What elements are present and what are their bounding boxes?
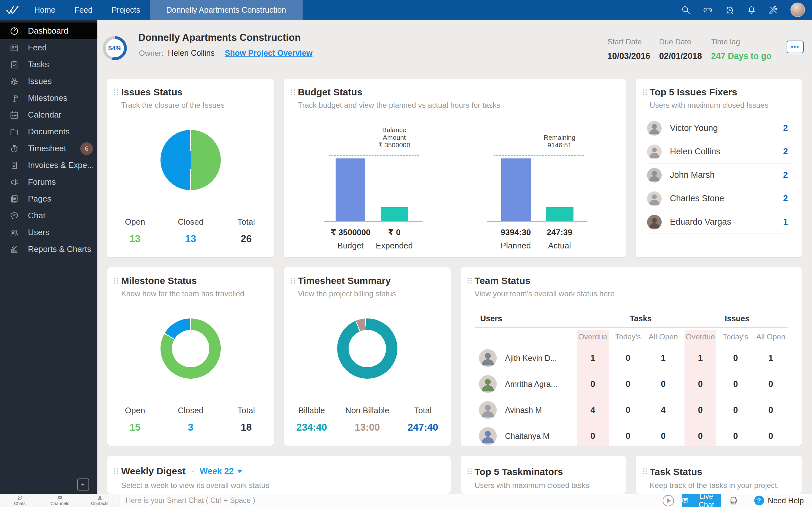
time-lag-value: 247 Days to go bbox=[711, 51, 772, 61]
sidebar-item-label: Feed bbox=[28, 43, 47, 53]
avatar bbox=[479, 349, 497, 367]
cell-value: 0 bbox=[625, 379, 630, 389]
sidebar-item-label: Milestones bbox=[28, 93, 67, 103]
sidebar-item-dashboard[interactable]: Dashboard bbox=[0, 22, 97, 39]
drag-handle-icon[interactable] bbox=[643, 89, 644, 91]
nav-tab-home[interactable]: Home bbox=[25, 0, 65, 20]
drag-handle-icon[interactable] bbox=[467, 278, 469, 279]
title-separator: - bbox=[191, 466, 194, 476]
column-header: Today's bbox=[723, 332, 749, 341]
list-item[interactable]: Victor Young 2 bbox=[647, 117, 791, 140]
channels-dock-tab[interactable]: Channels bbox=[40, 494, 80, 507]
list-item[interactable]: Charles Stone 2 bbox=[647, 187, 791, 210]
live-chat-button[interactable]: Live Chat bbox=[681, 494, 721, 507]
avatar bbox=[479, 401, 497, 419]
notifications-bell-icon[interactable] bbox=[747, 5, 757, 15]
timer-icon[interactable] bbox=[725, 5, 734, 15]
drag-handle-icon[interactable] bbox=[291, 89, 292, 91]
sidebar-item-label: Pages bbox=[28, 194, 51, 204]
list-item[interactable]: Eduardo Vargas 1 bbox=[647, 210, 791, 234]
search-icon[interactable] bbox=[681, 5, 691, 15]
user-avatar[interactable] bbox=[791, 3, 805, 17]
page-title: Donnelly Apartments Construction bbox=[138, 32, 301, 43]
sidebar-item-tasks[interactable]: Tasks bbox=[0, 56, 97, 73]
table-row: Chaitanya M 0 0 0 0 0 0 bbox=[473, 423, 789, 446]
show-project-overview-link[interactable]: Show Project Overview bbox=[225, 49, 313, 58]
sidebar-item-pages[interactable]: Pages bbox=[0, 190, 97, 207]
person-icon bbox=[97, 495, 103, 501]
need-help-button[interactable]: ? Need Help bbox=[754, 494, 804, 507]
collapse-sidebar-button[interactable] bbox=[77, 478, 89, 491]
play-tour-button[interactable] bbox=[663, 495, 674, 506]
printer-icon bbox=[728, 496, 738, 505]
app-logo-icon[interactable] bbox=[0, 3, 25, 16]
hours-axis bbox=[487, 221, 588, 222]
cell-value: 0 bbox=[698, 405, 703, 415]
project-progress-value: 54% bbox=[106, 39, 124, 57]
remaining-annotation: Remaining 9146:51 bbox=[512, 134, 607, 149]
chevron-down-icon bbox=[237, 469, 243, 473]
settings-tools-icon[interactable] bbox=[768, 5, 778, 15]
print-button[interactable] bbox=[728, 496, 738, 505]
bottom-chat-bar: Chats Channels Contacts Live Chat ? Need… bbox=[0, 494, 812, 507]
sidebar-item-reports[interactable]: Reports & Charts bbox=[0, 241, 97, 258]
start-date-label: Start Date bbox=[607, 38, 650, 46]
fixer-count: 2 bbox=[783, 193, 791, 204]
cell-value: 0 bbox=[590, 431, 595, 441]
sidebar-item-timesheet[interactable]: Timesheet 6 bbox=[0, 140, 97, 157]
sidebar-footer bbox=[0, 475, 97, 494]
sidebar-item-users[interactable]: Users bbox=[0, 224, 97, 241]
list-item[interactable]: Helen Collins 2 bbox=[647, 140, 791, 164]
actual-bar bbox=[546, 207, 573, 221]
drag-handle-icon[interactable] bbox=[467, 468, 469, 469]
sidebar-item-label: Timesheet bbox=[28, 144, 66, 153]
top-nav: Home Feed Projects Donnelly Apartments C… bbox=[0, 0, 812, 20]
time-lag-block: Time lag 247 Days to go bbox=[711, 38, 772, 61]
smart-chat-input[interactable] bbox=[120, 494, 655, 507]
sidebar-item-calendar[interactable]: Calendar bbox=[0, 107, 97, 123]
due-date-value: 02/01/2018 bbox=[659, 51, 702, 61]
sidebar-item-issues[interactable]: Issues bbox=[0, 73, 97, 90]
cell-value: 0 bbox=[625, 353, 630, 363]
drag-handle-icon[interactable] bbox=[114, 89, 115, 91]
total-label: Total bbox=[218, 406, 274, 415]
sidebar-item-feed[interactable]: Feed bbox=[0, 39, 97, 56]
column-header: Today's bbox=[615, 332, 641, 341]
sidebar-item-invoices[interactable]: Invoices & Expe... bbox=[0, 157, 97, 174]
avatar bbox=[647, 191, 662, 206]
closed-label: Closed bbox=[163, 406, 218, 415]
nav-tab-active-project[interactable]: Donnelly Apartments Construction bbox=[150, 0, 303, 20]
divider bbox=[655, 496, 655, 505]
nav-tab-projects[interactable]: Projects bbox=[102, 0, 150, 20]
table-header-divider bbox=[475, 327, 788, 328]
sidebar-item-milestones[interactable]: Milestones bbox=[0, 90, 97, 107]
avatar bbox=[479, 375, 497, 393]
sidebar-item-forums[interactable]: Forums bbox=[0, 174, 97, 190]
drag-handle-icon[interactable] bbox=[643, 468, 644, 469]
member-name: Ajith Kevin D... bbox=[505, 354, 557, 363]
drag-handle-icon[interactable] bbox=[114, 468, 115, 469]
divider bbox=[746, 496, 746, 505]
drag-handle-icon[interactable] bbox=[291, 278, 292, 279]
total-value: 18 bbox=[218, 422, 274, 433]
card-title: Budget Status bbox=[298, 87, 362, 98]
drag-handle-icon[interactable] bbox=[114, 278, 115, 279]
sidebar-item-documents[interactable]: Documents bbox=[0, 123, 97, 140]
week-selector-dropdown[interactable]: Week 22 bbox=[200, 466, 243, 476]
nav-tab-feed[interactable]: Feed bbox=[65, 0, 102, 20]
balance-annotation: Balance Amount ₹ 3500000 bbox=[347, 126, 442, 149]
due-date-block: Due Date 02/01/2018 bbox=[659, 38, 702, 61]
sidebar-item-chat[interactable]: Chat bbox=[0, 207, 97, 224]
chats-dock-tab[interactable]: Chats bbox=[0, 494, 40, 507]
list-item[interactable]: John Marsh 2 bbox=[647, 164, 791, 187]
sidebar-item-label: Reports & Charts bbox=[28, 244, 91, 254]
cell-value: 0 bbox=[733, 431, 738, 441]
games-icon[interactable] bbox=[703, 5, 713, 15]
contacts-dock-tab[interactable]: Contacts bbox=[80, 494, 120, 507]
more-options-button[interactable]: ••• bbox=[786, 41, 804, 53]
owner-label: Owner: bbox=[139, 49, 163, 58]
cell-value: 0 bbox=[768, 431, 773, 441]
fixer-name: Charles Stone bbox=[670, 193, 724, 204]
card-title: Task Status bbox=[650, 466, 702, 477]
top-taskminators-card: Top 5 Taskminators Users with maximum cl… bbox=[461, 456, 626, 494]
